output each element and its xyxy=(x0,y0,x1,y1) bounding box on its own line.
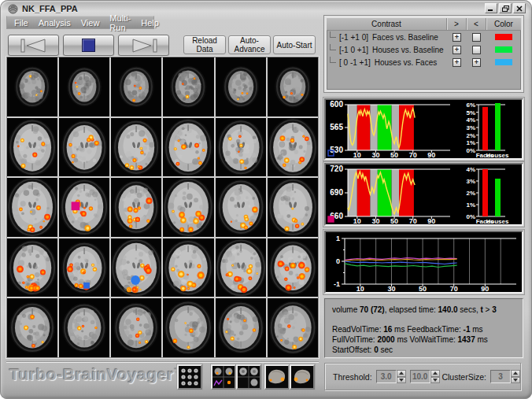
brain-slice-cell[interactable] xyxy=(163,118,213,177)
brain-slice-cell[interactable] xyxy=(111,118,161,177)
menu-item-file[interactable]: File xyxy=(14,18,28,28)
brain-slice-cell[interactable] xyxy=(111,178,161,237)
svg-text:Houses: Houses xyxy=(486,218,509,224)
brain-slice-cell[interactable] xyxy=(268,238,318,297)
contrast-row[interactable]: [-1 +1 0]Faces vs. Baseline+ xyxy=(327,31,521,43)
threshold2-down-arrow[interactable] xyxy=(430,377,440,384)
menu-item-analysis[interactable]: Analysis xyxy=(39,18,71,28)
brain-slice-cell[interactable] xyxy=(216,238,266,297)
contrast-header-color: Color xyxy=(486,18,521,30)
contrast-row[interactable]: [ 0 -1 +1]Houses vs. Faces++ xyxy=(327,56,521,68)
brain-slice-cell[interactable] xyxy=(268,118,318,177)
go-last-volume-button[interactable] xyxy=(118,35,169,56)
threshold-spinner-1: 3.0 xyxy=(376,370,406,383)
svg-text:5%: 5% xyxy=(466,109,475,116)
svg-text:1: 1 xyxy=(336,235,340,242)
brain-slice-cell[interactable] xyxy=(216,298,266,357)
brain-slice-cell[interactable] xyxy=(163,57,213,116)
app-icon xyxy=(8,4,18,14)
contrast-gt-checkbox[interactable]: + xyxy=(453,58,461,67)
threshold-value-1[interactable]: 3.0 xyxy=(376,370,397,383)
threshold1-up-arrow[interactable] xyxy=(397,370,406,377)
restore-button[interactable] xyxy=(499,3,512,13)
contrast-lt-checkbox[interactable] xyxy=(472,33,481,42)
contrast-gt-checkbox[interactable]: + xyxy=(453,46,461,54)
go-first-volume-button[interactable] xyxy=(8,35,59,56)
brain-slice-cell[interactable] xyxy=(163,238,213,297)
contrast-header-lt: < xyxy=(467,18,486,30)
threshold2-up-arrow[interactable] xyxy=(430,370,440,377)
brain-slice-cell[interactable] xyxy=(111,57,161,116)
brain-slice-cell[interactable] xyxy=(111,238,161,297)
contrast-lt-checkbox[interactable] xyxy=(472,46,481,54)
svg-text:70: 70 xyxy=(409,217,417,224)
tree-branch-icon xyxy=(330,44,336,50)
brain-slice-cell[interactable] xyxy=(59,57,109,116)
sagittal-view-right-button[interactable] xyxy=(290,364,315,390)
brain-slice-cell[interactable] xyxy=(59,298,109,357)
sagittal-view-left-button[interactable] xyxy=(264,364,290,390)
brain-slice-grid xyxy=(6,57,319,358)
contrast-lt-checkbox[interactable]: + xyxy=(472,58,481,67)
brain-slice-cell[interactable] xyxy=(7,178,57,237)
contrast-color-swatch[interactable] xyxy=(495,46,512,53)
threshold1-down-arrow[interactable] xyxy=(397,377,406,384)
brain-slice-cell[interactable] xyxy=(216,118,266,177)
menu-item-view[interactable]: View xyxy=(81,18,100,28)
ortho-view-button[interactable] xyxy=(236,364,261,390)
svg-text:50: 50 xyxy=(390,151,398,158)
svg-text:0: 0 xyxy=(336,257,340,265)
minimize-button[interactable] xyxy=(485,3,497,13)
svg-text:10: 10 xyxy=(357,285,364,292)
brain-slice-cell[interactable] xyxy=(59,118,109,177)
contrast-color-swatch[interactable] xyxy=(495,34,512,40)
svg-text:6%: 6% xyxy=(466,102,475,109)
cluster-size-label: ClusterSize: xyxy=(441,372,486,382)
brain-slice-cell[interactable] xyxy=(7,118,57,177)
brain-slice-cell[interactable] xyxy=(268,178,318,237)
cluster-size-value[interactable]: 3 xyxy=(490,370,511,383)
close-button[interactable] xyxy=(513,3,526,13)
tree-branch-icon xyxy=(330,57,336,63)
auto-start-button[interactable]: Auto-Start xyxy=(273,35,316,54)
menu-item-help[interactable]: Help xyxy=(141,18,159,28)
roi-marker xyxy=(131,275,141,285)
svg-text:565: 565 xyxy=(330,123,343,131)
roi-marker xyxy=(83,283,90,289)
contrast-color-swatch[interactable] xyxy=(495,59,512,65)
stop-button[interactable] xyxy=(63,35,114,56)
threshold-controls-panel: Threshold: 3.0 10.0 ClusterSize: 3 xyxy=(324,363,521,390)
quad-view-plot-button[interactable] xyxy=(211,364,236,390)
brain-slice-cell[interactable] xyxy=(216,178,266,237)
contrast-gt-checkbox[interactable]: + xyxy=(453,33,461,42)
contrast-row[interactable]: [-1 0 +1]Houses vs. Baseline+ xyxy=(327,43,521,56)
svg-text:30: 30 xyxy=(387,285,395,292)
brain-slice-cell[interactable] xyxy=(7,57,57,116)
threshold-value-2[interactable]: 10.0 xyxy=(410,370,430,383)
cluster-up-arrow[interactable] xyxy=(511,370,520,377)
brain-slice-cell[interactable] xyxy=(216,57,266,116)
brain-slice-cell[interactable] xyxy=(268,298,318,357)
reload-data-button[interactable]: Reload Data xyxy=(183,35,226,54)
roi2-timecourse-plot: 72069066010305070904%3%2%1%0%FacesHouses xyxy=(324,163,523,226)
sagittal-brain-icon-2 xyxy=(291,366,313,388)
motion-parameters-plot: 10-11030507090 xyxy=(324,231,523,294)
cluster-down-arrow[interactable] xyxy=(511,377,520,384)
title-bar: NK_FFA_PPA xyxy=(8,2,526,15)
brain-slice-cell[interactable] xyxy=(111,298,161,357)
contrast-table-header: Contrast > < Color xyxy=(327,18,521,31)
brain-slice-cell[interactable] xyxy=(59,178,109,237)
brain-slice-cell[interactable] xyxy=(7,298,57,357)
quad-view-plot-icon xyxy=(212,366,235,388)
brain-slice-cell[interactable] xyxy=(163,178,213,237)
svg-text:720: 720 xyxy=(330,164,343,173)
brain-slice-cell[interactable] xyxy=(268,57,318,116)
menu-item-multirun[interactable]: Multi-Run xyxy=(109,13,131,32)
status-line: FullVolTime: 2000 ms VolWaitTime: 1437 m… xyxy=(332,334,515,345)
status-line: StartOffset: 0 sec xyxy=(332,345,515,355)
brain-slice-cell[interactable] xyxy=(59,238,109,297)
brain-slice-cell[interactable] xyxy=(7,238,57,297)
auto-advance-button[interactable]: Auto-Advance xyxy=(228,35,271,54)
multi-slice-view-button[interactable] xyxy=(177,364,202,390)
brain-slice-cell[interactable] xyxy=(163,298,213,357)
